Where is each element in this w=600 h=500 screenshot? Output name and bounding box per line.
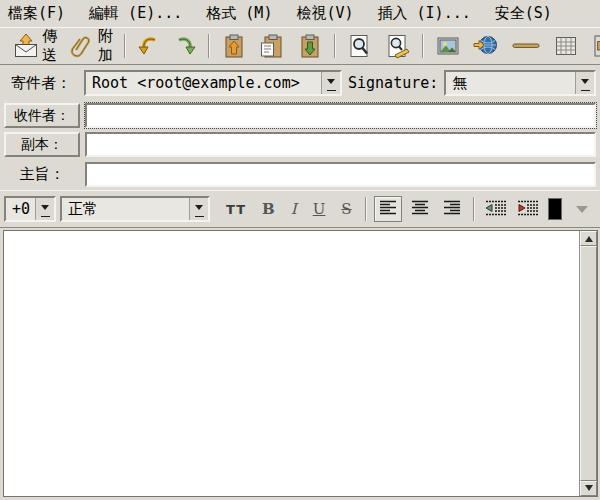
find-button[interactable] <box>343 30 377 62</box>
format-toolbar: +0 正常 TT B I U S <box>0 190 600 228</box>
scrollbar-down-button[interactable] <box>580 481 597 496</box>
to-button[interactable]: 收件者： <box>4 103 80 128</box>
indent-icon <box>517 200 539 219</box>
clipboard-up-arrow-icon <box>221 33 247 59</box>
toolbar-separator <box>422 34 424 58</box>
from-row: 寄件者： Root <root@example.com> Signature: … <box>0 65 600 101</box>
align-right-button[interactable] <box>438 196 466 222</box>
toolbar-separator <box>124 34 126 58</box>
to-input[interactable] <box>85 103 596 128</box>
cc-input[interactable] <box>85 132 596 157</box>
insert-link-button[interactable] <box>469 30 503 62</box>
attach-label: 附加 <box>98 27 113 65</box>
undo-button[interactable] <box>133 31 165 61</box>
font-size-combo[interactable]: +0 <box>4 196 56 222</box>
align-center-icon <box>411 200 429 218</box>
toolbar-separator <box>365 197 367 221</box>
align-center-button[interactable] <box>406 196 434 222</box>
chevron-down-icon[interactable] <box>189 198 208 220</box>
scrollbar-thumb[interactable] <box>580 246 597 481</box>
triangle-up-icon <box>585 232 593 242</box>
paragraph-style-value: 正常 <box>62 198 189 220</box>
bold-button[interactable]: B <box>256 198 281 220</box>
paste-icon <box>297 33 323 59</box>
menu-insert[interactable]: 插入 (I)... <box>378 4 471 23</box>
undo-icon <box>137 34 161 58</box>
paperclip-icon <box>69 33 95 59</box>
insert-hline-button[interactable] <box>507 30 545 62</box>
chevron-down-icon[interactable] <box>321 72 340 94</box>
font-size-value: +0 <box>6 198 35 220</box>
magnifier-pencil-icon <box>385 33 411 59</box>
globe-link-icon <box>473 33 499 59</box>
vertical-scrollbar[interactable] <box>579 231 597 496</box>
table-icon <box>553 33 579 59</box>
cc-button[interactable]: 副本： <box>4 132 80 157</box>
signature-label: Signature: <box>348 74 438 92</box>
toolbar-separator <box>208 34 210 58</box>
redo-icon <box>173 34 197 58</box>
chevron-down-icon[interactable] <box>35 198 54 220</box>
toolbar-separator <box>334 34 336 58</box>
cut-button[interactable] <box>217 30 251 62</box>
menu-security[interactable]: 安全(S) <box>495 4 552 23</box>
outdent-icon <box>485 200 507 219</box>
strikethrough-button[interactable]: S <box>335 198 357 220</box>
menu-file[interactable]: 檔案(F) <box>8 4 65 23</box>
indent-button[interactable] <box>514 196 542 222</box>
cc-row: 副本： <box>0 130 600 159</box>
message-body-editor[interactable] <box>4 231 579 496</box>
outdent-button[interactable] <box>482 196 510 222</box>
send-label: 傳送 <box>42 27 57 65</box>
paragraph-style-combo[interactable]: 正常 <box>60 196 210 222</box>
copy-icon <box>259 33 285 59</box>
triangle-down-icon <box>585 485 593 495</box>
chevron-down-icon <box>575 202 589 217</box>
align-right-icon <box>443 200 461 218</box>
menubar: 檔案(F) 編輯 (E)... 格式 (M) 檢視(V) 插入 (I)... 安… <box>0 0 600 27</box>
message-body-area <box>3 230 598 497</box>
attach-button[interactable]: 附加 <box>65 24 117 68</box>
paste-button[interactable] <box>293 30 327 62</box>
redo-button[interactable] <box>169 31 201 61</box>
copy-button[interactable] <box>255 30 289 62</box>
from-label: 寄件者： <box>4 74 78 93</box>
align-left-icon <box>379 200 397 218</box>
signature-value: 無 <box>446 72 575 94</box>
to-row: 收件者： <box>0 101 600 130</box>
puzzle-document-icon <box>591 33 600 59</box>
compose-window: 檔案(F) 編輯 (E)... 格式 (M) 檢視(V) 插入 (I)... 安… <box>0 0 600 500</box>
chevron-down-icon[interactable] <box>575 72 594 94</box>
subject-input[interactable] <box>85 162 596 187</box>
align-left-button[interactable] <box>374 196 402 222</box>
toolbar-separator <box>473 197 475 221</box>
send-icon <box>13 33 39 59</box>
insert-image-button[interactable] <box>431 30 465 62</box>
teletype-button[interactable]: TT <box>220 200 252 219</box>
scrollbar-up-button[interactable] <box>580 231 597 246</box>
spell-check-button[interactable] <box>381 30 415 62</box>
text-color-swatch[interactable] <box>548 198 562 220</box>
menu-edit[interactable]: 編輯 (E)... <box>89 4 182 23</box>
send-button[interactable]: 傳送 <box>9 24 61 68</box>
from-combo[interactable]: Root <root@example.com> <box>84 70 342 96</box>
main-toolbar: 傳送 附加 <box>0 27 600 65</box>
insert-object-button[interactable] <box>587 30 600 62</box>
magnifier-icon <box>347 33 373 59</box>
subject-label: 主旨： <box>4 165 80 184</box>
from-value: Root <root@example.com> <box>86 72 321 94</box>
signature-combo[interactable]: 無 <box>444 70 596 96</box>
italic-button[interactable]: I <box>285 198 303 220</box>
image-icon <box>435 33 461 59</box>
more-chevron-button[interactable] <box>568 196 596 222</box>
insert-table-button[interactable] <box>549 30 583 62</box>
underline-button[interactable]: U <box>307 198 332 220</box>
menu-format[interactable]: 格式 (M) <box>206 4 272 23</box>
horizontal-line-icon <box>511 33 541 59</box>
subject-row: 主旨： <box>0 159 600 190</box>
menu-view[interactable]: 檢視(V) <box>296 4 353 23</box>
